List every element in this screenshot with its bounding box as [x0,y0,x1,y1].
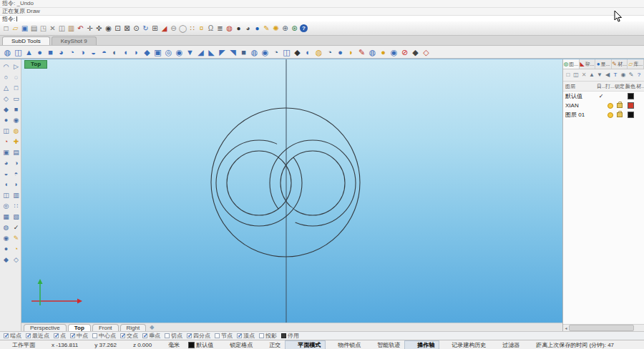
zoom-icon[interactable]: ◉ [104,23,113,34]
side-tool-17-icon[interactable]: ▣ [1,147,11,158]
osnap-project[interactable]: 投影 [259,332,277,340]
layer-color-swatch[interactable] [628,93,634,99]
osnap-checkbox[interactable] [4,333,9,338]
subd-tool-33-icon[interactable]: ◗ [346,46,356,58]
subd-tool-21-icon[interactable]: ◤ [217,46,228,58]
side-tool-13-icon[interactable]: ◫ [1,126,11,137]
smarttrack-toggle[interactable]: 智能轨迹 [365,341,404,349]
side-tool-36-icon[interactable]: ◔ [11,244,21,255]
osnap-near[interactable]: 最近点 [26,332,49,340]
side-tool-30-icon[interactable]: ▧ [11,212,21,222]
subd-tool-12-icon[interactable]: ◖ [120,46,131,58]
help-icon[interactable]: ? [300,24,308,32]
subd-tool-16-icon[interactable]: ◎ [163,46,174,58]
side-tool-22-icon[interactable]: ◓ [11,169,21,180]
cut-icon[interactable]: ✕ [48,23,57,34]
render-icon[interactable]: ● [234,23,243,34]
side-tool-20-icon[interactable]: ◑ [11,158,21,169]
subd-tool-18-icon[interactable]: ▼ [185,46,195,58]
lamp-icon[interactable]: ¤ [197,23,206,34]
layer-lock-icon[interactable] [617,112,623,117]
osnap-vertex[interactable]: 顶点 [237,332,255,340]
side-tool-6-icon[interactable]: □ [11,83,21,94]
subd-tool-5-icon[interactable]: ■ [45,46,56,58]
osnap-quad[interactable]: 四分点 [187,332,210,340]
osnap-checkbox[interactable] [237,333,242,338]
side-tool-31-icon[interactable]: ◍ [1,222,11,233]
panel-tab-display[interactable]: ● 显... [595,59,612,69]
hide-object-icon[interactable]: ⊖ [169,23,178,34]
subd-tool-34-icon[interactable]: ✎ [356,46,367,58]
subd-tool-10-icon[interactable]: ◓ [99,46,109,58]
XIAN[interactable]: XIAN ✓ [563,101,644,110]
subd-no-render-icon[interactable]: ⊘ [399,46,410,58]
side-tool-28-icon[interactable]: ∷ [11,201,21,212]
move-up-icon[interactable]: ▲ [588,71,595,79]
new-file-icon[interactable]: □ [1,23,11,34]
panel-tab-libraries[interactable]: ▱ 库... [628,59,644,69]
subd-tool-6-icon[interactable]: ◕ [56,46,67,58]
subd-tool-1-icon[interactable]: ◍ [2,46,13,58]
subd-tool-14-icon[interactable]: ◆ [142,46,152,58]
osnap-checkbox[interactable] [142,333,147,338]
subd-tool-29-icon[interactable]: ◐ [303,46,313,58]
earth-icon[interactable]: ⊛ [290,23,299,34]
save-icon[interactable]: ▣ [20,23,29,34]
four-viewports-icon[interactable]: ⊞ [150,23,160,34]
subd-tool-36-icon[interactable]: ● [378,46,389,58]
open-folder-icon[interactable]: ▱ [11,23,20,34]
subd-tool-2-icon[interactable]: ◫ [13,46,24,58]
layer-tools-icon[interactable]: ✎ [628,71,635,79]
side-tool-38-icon[interactable]: ◇ [11,255,21,265]
osnap-checkbox[interactable] [215,333,220,338]
subd-tool-37-icon[interactable]: ◉ [389,46,399,58]
render-preview-icon[interactable]: ◕ [243,23,253,34]
panel-tab-layers[interactable]: ◍ 图... [563,59,580,69]
ortho-toggle[interactable]: 正交 [257,341,285,349]
subd-tool-39-icon[interactable]: ◆ [410,46,421,58]
side-tool-34-icon[interactable]: ✎ [11,233,21,244]
layer-lock-icon[interactable] [617,103,623,108]
side-tool-11-icon[interactable]: ● [1,115,11,126]
filter-icon[interactable]: T [612,71,619,79]
print-icon[interactable]: ▤ [29,23,39,34]
z-coordinate[interactable]: z 0.000 [121,341,156,349]
panel-tab-materials[interactable]: ✎ 材... [612,59,628,69]
side-tool-23-icon[interactable]: ◖ [1,180,11,190]
osnap-mid[interactable]: 中点 [70,332,88,340]
osnap-checkbox[interactable] [259,333,264,338]
side-tool-12-icon[interactable]: ◉ [11,115,21,126]
move-down-icon[interactable]: ▼ [596,71,603,79]
subd-tool-17-icon[interactable]: ◉ [174,46,185,58]
gumball-toggle[interactable]: 操作轴 [404,340,439,349]
side-tool-33-icon[interactable]: ◉ [1,233,11,244]
subd-tool-4-icon[interactable]: ● [34,46,45,58]
paste-icon[interactable]: ▥ [67,23,76,34]
lock-object-icon[interactable]: Ω [206,23,215,34]
scroll-left-arrow-icon[interactable]: ◂ [563,325,569,330]
planar-toggle[interactable]: 平面模式 [285,340,326,349]
delete-layer-icon[interactable]: ✕ [580,71,587,79]
layer-pane[interactable]: 默认值 [184,341,218,349]
subd-tool-11-icon[interactable]: ◐ [109,46,120,58]
find-layer-icon[interactable]: ◉ [620,71,627,79]
select-points-icon[interactable]: ∷ [187,23,197,34]
layer-color-swatch[interactable] [628,102,634,109]
toolbar-tab-subd-tools[interactable]: SubD Tools [2,36,50,45]
osnap-int[interactable]: 交点 [120,332,138,340]
layer-on-bulb-icon[interactable] [608,112,613,118]
side-tool-16-icon[interactable]: ✚ [11,137,21,147]
subd-tool-3-icon[interactable]: ▲ [24,46,34,58]
osnap-perp[interactable]: 垂点 [142,332,160,340]
side-tool-32-icon[interactable]: ✓ [11,222,21,233]
osnap-checkbox[interactable] [92,333,97,338]
subd-tool-26-icon[interactable]: ◔ [270,46,281,58]
side-tool-25-icon[interactable]: ◫ [1,190,11,201]
side-tool-18-icon[interactable]: ▤ [11,147,21,158]
move-icon[interactable]: ✜ [94,23,104,34]
side-tool-1-icon[interactable]: ◠ [1,62,11,72]
subd-tool-35-icon[interactable]: ◍ [367,46,378,58]
osnap-checkbox[interactable] [281,333,286,338]
subd-tool-7-icon[interactable]: ◔ [67,46,77,58]
side-tool-5-icon[interactable]: △ [1,83,11,94]
